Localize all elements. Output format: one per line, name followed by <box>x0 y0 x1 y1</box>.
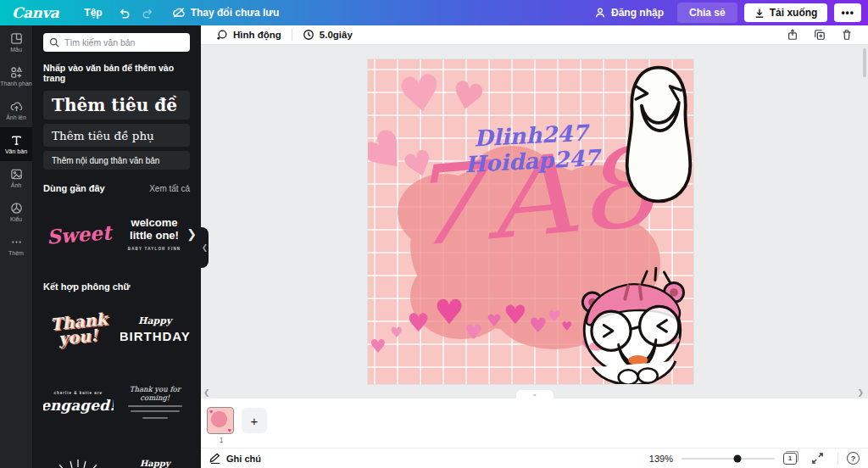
fullscreen-button[interactable] <box>805 450 829 467</box>
share-page-button[interactable] <box>785 26 800 43</box>
welcome-line1: welcome <box>131 217 178 229</box>
scroll-right-arrow[interactable]: ❯ <box>857 388 864 397</box>
animate-button[interactable]: Hình động <box>209 25 288 44</box>
design-workspace[interactable]: ♥ ♥ ♥ ♥ 7A8 Dlinh247 Hoidap247 ♥ ♥ ♥ ♥ ♥… <box>201 45 868 398</box>
happy-birthday-line: Happy Birthday <box>120 459 191 468</box>
more-options-button[interactable]: ••• <box>834 3 861 22</box>
styles-icon <box>10 202 23 214</box>
file-menu[interactable]: Tệp <box>74 7 112 19</box>
animate-label: Hình động <box>233 30 281 40</box>
recent-text-sweet[interactable]: Sweet <box>43 200 114 268</box>
carousel-next-button[interactable]: ❯ <box>186 227 197 241</box>
coming-line: Thank you for coming! <box>120 385 191 402</box>
heart-decoration[interactable]: ♥ <box>407 310 430 336</box>
welcome-line2: little one! <box>130 230 179 242</box>
combo-happy-birthday[interactable]: Happy BIRTHDAY <box>120 298 191 359</box>
zoom-slider-handle[interactable] <box>734 454 742 462</box>
duration-button[interactable]: 5.0giây <box>296 25 359 44</box>
download-icon <box>754 8 765 19</box>
undo-button[interactable] <box>113 4 136 21</box>
heart-decoration[interactable]: ♥ <box>548 309 561 324</box>
welcome-subtitle: BABY TAYLOR FINN <box>128 247 181 251</box>
placeholder-text-line <box>142 417 168 419</box>
duplicate-page-button[interactable] <box>812 26 827 43</box>
sidebar-item-styles[interactable]: Kiểu <box>0 195 32 229</box>
birthday-line: BIRTHDAY <box>120 329 191 343</box>
placeholder-text-line <box>131 410 180 412</box>
sidebar-item-label: Thành phần <box>0 81 31 86</box>
search-input[interactable] <box>64 37 175 47</box>
share-button[interactable]: Chia sẻ <box>677 3 737 23</box>
placeholder-text-line <box>128 405 182 407</box>
sidebar-item-label: Mẫu <box>10 47 22 53</box>
page-indicator-button[interactable]: 1 <box>783 453 797 465</box>
notes-label: Ghi chú <box>226 454 261 464</box>
combo-michelle[interactable]: Happy Birthday MICHELLE! <box>120 444 191 468</box>
canvas-area: Hình động 5.0giây <box>201 25 868 468</box>
heart-decoration[interactable]: ♥ <box>370 337 387 356</box>
heart-decoration[interactable]: ♥ <box>434 295 465 329</box>
combo-engaged[interactable]: charlie & katie are engaged! <box>43 371 114 432</box>
see-all-link[interactable]: Xem tất cả <box>149 184 190 193</box>
text-icon <box>10 134 23 147</box>
sidebar-item-more[interactable]: Thêm <box>0 229 32 263</box>
combo-thanks-for-coming[interactable]: Thank you for coming! <box>120 371 191 432</box>
heart-decoration[interactable]: ♥ <box>390 326 403 340</box>
sidebar-item-text[interactable]: Văn bản <box>0 127 32 161</box>
sidebar-item-templates[interactable]: Mẫu <box>0 25 32 59</box>
recently-used-title: Dùng gần đây <box>43 183 105 193</box>
sidebar-nav: Mẫu Thành phần Ảnh lên Văn bản Ảnh Kiểu <box>0 25 32 468</box>
recently-used-row: Sweet welcome little one! BABY TAYLOR FI… <box>43 200 190 268</box>
fullscreen-icon <box>812 453 823 464</box>
download-button[interactable]: Tải xuống <box>744 3 828 22</box>
page-indicator-value: 1 <box>788 454 792 462</box>
notes-button[interactable]: Ghi chú <box>209 453 261 464</box>
templates-icon <box>10 32 23 45</box>
zoom-slider[interactable] <box>682 458 775 460</box>
add-body-text-button[interactable]: Thêm nội dung thân văn bản <box>43 151 190 170</box>
help-button[interactable]: ? <box>847 452 860 465</box>
handle-text[interactable]: Dlinh247 Hoidap247 <box>442 120 622 180</box>
heart-decoration[interactable]: ♥ <box>448 75 488 118</box>
sidebar-item-photos[interactable]: Ảnh <box>0 161 32 195</box>
heart-decoration[interactable]: ♥ <box>504 302 527 328</box>
login-button[interactable]: Đăng nhập <box>594 7 664 19</box>
sidebar-item-elements[interactable]: Thành phần <box>0 59 32 93</box>
cloud-offline-icon <box>172 7 186 19</box>
search-box[interactable] <box>43 33 190 52</box>
hamster-sticker[interactable] <box>568 263 693 384</box>
canva-logo[interactable]: Canva <box>12 4 58 21</box>
add-page-button[interactable]: + <box>242 408 267 433</box>
design-page[interactable]: ♥ ♥ ♥ ♥ 7A8 Dlinh247 Hoidap247 ♥ ♥ ♥ ♥ ♥… <box>368 59 693 384</box>
vertical-scrollbar[interactable] <box>863 48 866 77</box>
add-heading-button[interactable]: Thêm tiêu đề <box>43 91 190 120</box>
panel-heading: Nhấp vào văn bản để thêm vào trang <box>43 63 190 83</box>
heart-decoration[interactable]: ♥ <box>487 312 502 329</box>
duplicate-page-icon <box>814 29 826 41</box>
trash-icon <box>841 29 853 41</box>
save-status: Thay đổi chưa lưu <box>172 7 280 19</box>
sidebar-item-label: Ảnh <box>11 182 21 188</box>
panel-collapse-handle[interactable]: ❮ <box>201 227 209 268</box>
heart-decoration[interactable]: ♥ <box>395 67 446 122</box>
page-thumbnail-wrap[interactable]: ♥ ♥ 1 <box>207 407 236 444</box>
delete-page-button[interactable] <box>839 26 854 43</box>
blob-character-sticker[interactable] <box>622 62 693 208</box>
page-thumbnail[interactable]: ♥ ♥ <box>207 407 234 434</box>
page-strip: ⌄ ♥ ♥ 1 + <box>201 398 868 448</box>
combo-online-sale[interactable]: ONLINE Sale <box>43 444 114 468</box>
add-subheading-button[interactable]: Thêm tiêu đề phụ <box>43 124 190 147</box>
sale-rays-icon <box>53 459 103 468</box>
sweet-preview: Sweet <box>46 220 112 248</box>
recent-text-welcome[interactable]: welcome little one! BABY TAYLOR FINN <box>119 200 190 268</box>
heart-decoration[interactable]: ♥ <box>465 322 483 343</box>
redo-button[interactable] <box>136 4 160 21</box>
combo-thank-you[interactable]: Thank you! <box>43 298 114 359</box>
duration-label: 5.0giây <box>320 30 353 40</box>
scroll-left-arrow[interactable]: ❮ <box>203 388 210 397</box>
animate-icon <box>216 29 228 41</box>
save-status-label: Thay đổi chưa lưu <box>191 7 280 19</box>
heart-decoration[interactable]: ♥ <box>529 315 548 336</box>
sidebar-item-uploads[interactable]: Ảnh lên <box>0 93 32 127</box>
collapse-page-strip-button[interactable]: ⌄ <box>516 390 554 399</box>
